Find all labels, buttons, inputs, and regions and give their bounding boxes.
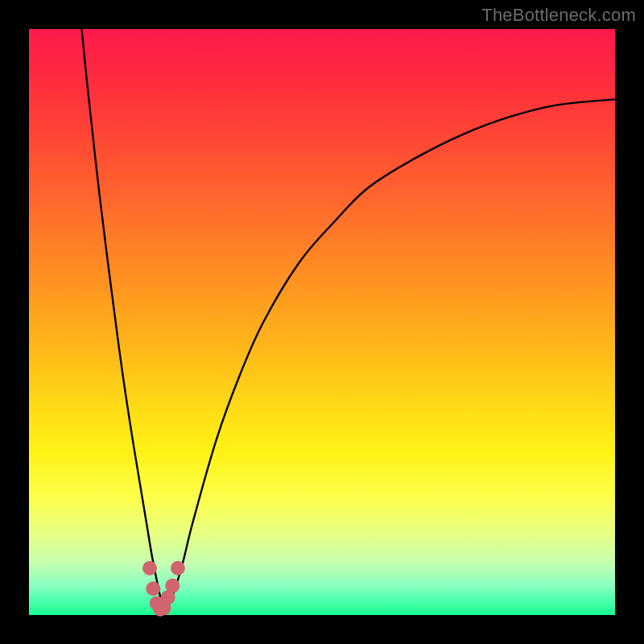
watermark-text: TheBottleneck.com: [481, 5, 636, 26]
highlight-marker: [165, 579, 180, 593]
highlight-marker: [146, 581, 160, 596]
curve-svg: [29, 29, 615, 615]
curve-layer: [82, 29, 615, 611]
bottleneck-curve: [82, 29, 615, 611]
marker-layer: [142, 561, 185, 617]
plot-area: [29, 29, 615, 615]
highlight-marker: [171, 561, 185, 576]
highlight-marker: [142, 561, 157, 576]
chart-frame: TheBottleneck.com: [0, 0, 644, 644]
